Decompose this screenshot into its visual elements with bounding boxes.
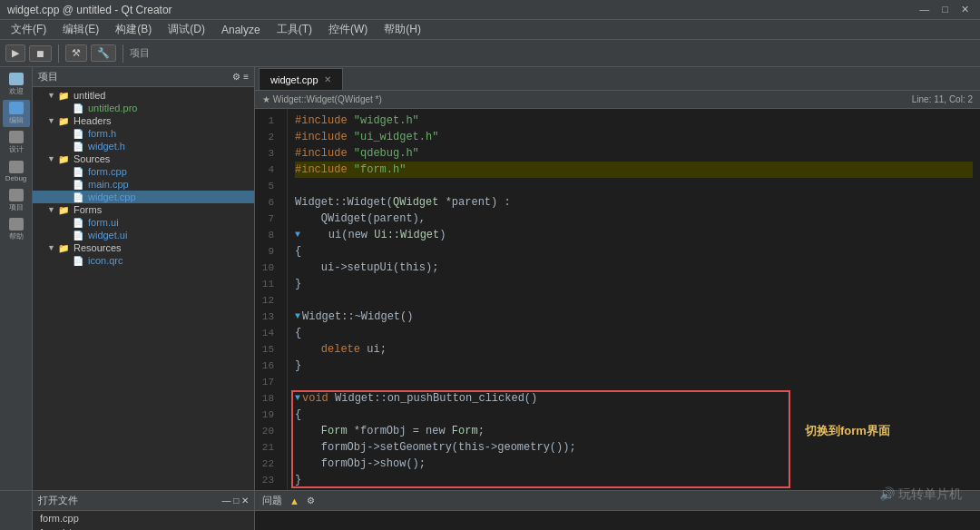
maximize-button[interactable]: □	[938, 4, 952, 15]
code-line-13: ▼Widget::~Widget()	[295, 309, 973, 325]
code-token: }	[295, 276, 301, 292]
code-token: "widget.h"	[348, 113, 419, 129]
editor-tabs: widget.cpp ✕	[255, 67, 980, 91]
code-token: "form.h"	[348, 162, 407, 178]
sidebar-design[interactable]: 设计	[3, 129, 30, 156]
code-token: QWidget	[393, 194, 438, 211]
line-number-10: 10	[255, 260, 279, 276]
code-token	[295, 423, 321, 439]
line-number-23: 23	[255, 472, 279, 488]
menu-analyze[interactable]: Analyze	[214, 22, 268, 38]
code-token	[295, 341, 321, 358]
tree-item-untitled-pro[interactable]: 📄 untitled.pro	[33, 102, 254, 114]
tree-item-form-ui[interactable]: 📄 form.ui	[33, 216, 254, 229]
code-token: *formObj = new	[348, 423, 452, 439]
line-number-12: 12	[255, 292, 279, 309]
menu-build[interactable]: 构建(B)	[108, 20, 159, 39]
main-area: 欢迎 编辑 设计 Debug 项目 帮助 项目 ⚙ ≡	[0, 67, 980, 490]
line-number-16: 16	[255, 358, 279, 374]
tree-item-widget-cpp[interactable]: 📄 widget.cpp	[33, 191, 254, 203]
tree-item-icon-qrc[interactable]: 📄 icon.qrc	[33, 254, 254, 267]
line-number-3: 3	[255, 145, 279, 162]
problems-title: 问题	[262, 494, 282, 507]
menu-debug[interactable]: 调试(D)	[161, 20, 212, 39]
toolbar-project-label: 项目	[130, 46, 150, 60]
toolbar-separator	[58, 44, 59, 63]
menubar: 文件(F) 编辑(E) 构建(B) 调试(D) Analyze 工具(T) 控件…	[0, 20, 980, 40]
toolbar-build-button[interactable]: ⚒	[65, 44, 87, 62]
tree-item-main-cpp[interactable]: 📄 main.cpp	[33, 178, 254, 191]
tree-item-form-h[interactable]: 📄 form.h	[33, 127, 254, 140]
code-token: Form	[321, 423, 348, 439]
code-line-18: ▼void Widget::on_pushButton_clicked()	[295, 390, 973, 407]
code-line-17	[295, 374, 973, 390]
code-token: }	[295, 472, 301, 488]
window-title: widget.cpp @ untitled - Qt Creator	[7, 4, 172, 16]
code-content[interactable]: #include "widget.h"#include "ui_widget.h…	[288, 109, 980, 490]
code-token: QWidget(parent),	[295, 211, 426, 227]
line-number-11: 11	[255, 276, 279, 292]
menu-help[interactable]: 帮助(H)	[377, 20, 428, 39]
sidebar-edit[interactable]: 编辑	[3, 100, 30, 127]
code-line-11: }	[295, 276, 973, 292]
line-number-18: 18	[255, 390, 279, 407]
code-line-24	[295, 488, 973, 490]
tab-widget-cpp-close[interactable]: ✕	[324, 74, 331, 84]
menu-tools[interactable]: 工具(T)	[270, 20, 319, 39]
open-files-controls[interactable]: — □ ✕	[221, 496, 249, 505]
code-token: "qdebug.h"	[348, 145, 419, 162]
menu-widgets[interactable]: 控件(W)	[321, 20, 375, 39]
file-tree-panel: 项目 ⚙ ≡ ▼ 📁 untitled 📄 untitled.pro ▼ 📁	[33, 67, 255, 490]
file-tree-content[interactable]: ▼ 📁 untitled 📄 untitled.pro ▼ 📁 Headers	[33, 87, 254, 490]
sidebar-project[interactable]: 项目	[3, 187, 30, 214]
line-number-20: 20	[255, 423, 279, 439]
menu-file[interactable]: 文件(F)	[4, 20, 54, 39]
problems-filter-icon[interactable]: ⚙	[307, 496, 315, 505]
code-token: )	[439, 227, 446, 243]
toolbar-run-button[interactable]: ▶	[5, 44, 25, 62]
menu-edit[interactable]: 编辑(E)	[55, 20, 106, 39]
code-line-2: #include "ui_widget.h"	[295, 129, 973, 145]
minimize-button[interactable]: —	[916, 4, 933, 15]
code-token: delete	[321, 341, 360, 358]
breadcrumb-path: ★ Widget::Widget(QWidget *)	[262, 94, 382, 104]
tab-widget-cpp[interactable]: widget.cpp ✕	[259, 68, 343, 90]
code-editor[interactable]: 123456789101112131415161718192021222324 …	[255, 109, 980, 490]
code-line-15: delete ui;	[295, 341, 973, 358]
tree-item-sources[interactable]: ▼ 📁 Sources	[33, 152, 254, 165]
toolbar-stop-button[interactable]: ⏹	[29, 45, 52, 62]
code-line-1: #include "widget.h"	[295, 113, 973, 129]
tree-item-untitled[interactable]: ▼ 📁 untitled	[33, 89, 254, 102]
toolbar-settings-button[interactable]: 🔧	[91, 44, 116, 62]
tree-item-form-cpp[interactable]: 📄 form.cpp	[33, 165, 254, 178]
line-number-14: 14	[255, 325, 279, 341]
tree-item-forms[interactable]: ▼ 📁 Forms	[33, 203, 254, 216]
code-token: formObj->show();	[295, 456, 426, 472]
sidebar-help[interactable]: 帮助	[3, 216, 30, 243]
editor-breadcrumb: ★ Widget::Widget(QWidget *) Line: 11, Co…	[255, 91, 980, 109]
close-button[interactable]: ✕	[957, 4, 973, 15]
open-file-form-cpp[interactable]: form.cpp	[33, 511, 254, 525]
tree-item-widget-ui[interactable]: 📄 widget.ui	[33, 229, 254, 241]
code-line-23: }	[295, 472, 973, 488]
tree-item-headers[interactable]: ▼ 📁 Headers	[33, 114, 254, 127]
code-token: {	[295, 407, 301, 423]
open-files-header: 打开文件 — □ ✕	[33, 491, 254, 511]
file-tree-title: 项目	[38, 70, 58, 83]
open-file-form-h[interactable]: form.h*	[33, 525, 254, 530]
code-line-9: {	[295, 243, 973, 260]
sidebar-debug[interactable]: Debug	[3, 158, 30, 185]
open-files-list[interactable]: form.cpp form.h* form.ui widget.cpp widg…	[33, 511, 254, 530]
window-controls[interactable]: — □ ✕	[916, 4, 973, 15]
tree-item-widget-h[interactable]: 📄 widget.h	[33, 140, 254, 152]
tree-item-resources[interactable]: ▼ 📁 Resources	[33, 241, 254, 254]
code-token: #include	[295, 113, 348, 129]
file-tree-header: 项目 ⚙ ≡	[33, 67, 254, 87]
code-token: formObj->setGeometry(this->geometry());	[295, 439, 576, 456]
file-tree-controls[interactable]: ⚙ ≡	[232, 72, 249, 82]
problems-panel: 问题 ▲ ⚙	[255, 491, 980, 530]
sidebar-welcome[interactable]: 欢迎	[3, 71, 30, 98]
line-number-21: 21	[255, 439, 279, 456]
code-token: *parent) :	[438, 194, 510, 211]
line-number-9: 9	[255, 243, 279, 260]
